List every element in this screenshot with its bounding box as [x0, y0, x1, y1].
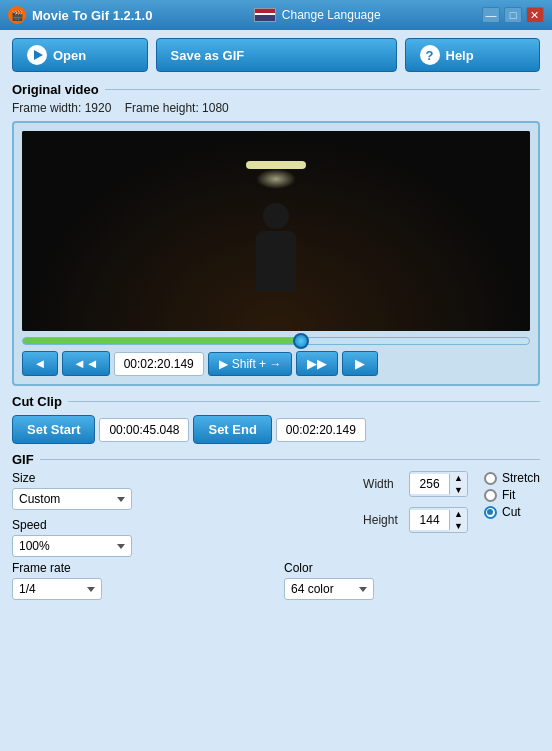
- cut-clip-title: Cut Clip: [12, 394, 540, 409]
- title-bar-left: 🎬 Movie To Gif 1.2.1.0: [8, 6, 152, 24]
- height-row: Height 144 ▲ ▼: [363, 507, 468, 533]
- figure-head: [263, 203, 289, 229]
- cut-label: Cut: [502, 505, 521, 519]
- cut-clip-section: Cut Clip Set Start 00:00:45.048 Set End …: [12, 394, 540, 444]
- height-decrement-button[interactable]: ▼: [450, 520, 467, 532]
- progress-area: ◄ ◄◄ 00:02:20.149 ▶ Shift + → ▶▶ ▶: [22, 337, 530, 376]
- app-icon: 🎬: [8, 6, 26, 24]
- set-start-button[interactable]: Set Start: [12, 415, 95, 444]
- framerate-label: Frame rate: [12, 561, 268, 575]
- gif-controls: Size Custom Speed 100% Width: [12, 471, 540, 557]
- speed-selected-value: 100%: [19, 539, 50, 553]
- original-video-title: Original video: [12, 82, 540, 97]
- maximize-button[interactable]: □: [504, 7, 522, 23]
- size-dropdown-arrow: [117, 497, 125, 502]
- gif-section: GIF Size Custom Speed 100%: [12, 452, 540, 600]
- rewind-button[interactable]: ◄◄: [62, 351, 110, 376]
- cut-radio-row[interactable]: Cut: [484, 505, 540, 519]
- framerate-color-row: Frame rate 1/4 Color 64 color: [12, 561, 540, 600]
- color-dropdown-arrow: [359, 587, 367, 592]
- width-value[interactable]: 256: [410, 474, 450, 494]
- height-spinbox[interactable]: 144 ▲ ▼: [409, 507, 468, 533]
- video-preview[interactable]: [22, 131, 530, 331]
- size-selected-value: Custom: [19, 492, 60, 506]
- fit-label: Fit: [502, 488, 515, 502]
- title-bar-center[interactable]: Change Language: [254, 8, 381, 22]
- video-info: Frame width: 1920 Frame height: 1080: [12, 101, 540, 115]
- main-content: Open Save as GIF ? Help Original video F…: [0, 30, 552, 608]
- fit-radio[interactable]: [484, 489, 497, 502]
- save-gif-button[interactable]: Save as GIF: [156, 38, 397, 72]
- save-label: Save as GIF: [171, 48, 245, 63]
- flag-icon: [254, 8, 276, 22]
- fast-forward-button[interactable]: ▶▶: [296, 351, 338, 376]
- lamp-decoration: [246, 161, 306, 169]
- video-scene: [22, 131, 530, 331]
- cut-radio[interactable]: [484, 506, 497, 519]
- height-value[interactable]: 144: [410, 510, 450, 530]
- width-increment-button[interactable]: ▲: [450, 472, 467, 484]
- frame-height: Frame height: 1080: [125, 101, 229, 115]
- progress-thumb[interactable]: [293, 333, 309, 349]
- play-triangle-small: ▶: [219, 357, 228, 371]
- framerate-dropdown-arrow: [87, 587, 95, 592]
- height-label: Height: [363, 513, 403, 527]
- stretch-radio[interactable]: [484, 472, 497, 485]
- wh-inputs: Width 256 ▲ ▼ Height 144: [363, 471, 468, 539]
- gif-dimensions: Width 256 ▲ ▼ Height 144: [363, 471, 468, 557]
- current-time-display: 00:02:20.149: [114, 352, 204, 376]
- framerate-col: Frame rate 1/4: [12, 561, 268, 600]
- speed-select[interactable]: 100%: [12, 535, 132, 557]
- change-language-label[interactable]: Change Language: [282, 8, 381, 22]
- prev-frame-button[interactable]: ◄: [22, 351, 58, 376]
- width-decrement-button[interactable]: ▼: [450, 484, 467, 496]
- width-row: Width 256 ▲ ▼: [363, 471, 468, 497]
- size-select[interactable]: Custom: [12, 488, 132, 510]
- shift-forward-button[interactable]: ▶ Shift + →: [208, 352, 293, 376]
- framerate-select[interactable]: 1/4: [12, 578, 102, 600]
- fit-radio-row[interactable]: Fit: [484, 488, 540, 502]
- title-bar: 🎬 Movie To Gif 1.2.1.0 Change Language —…: [0, 0, 552, 30]
- end-time-display: 00:02:20.149: [276, 418, 366, 442]
- start-time-display: 00:00:45.048: [99, 418, 189, 442]
- app-title: Movie To Gif 1.2.1.0: [32, 8, 152, 23]
- toolbar: Open Save as GIF ? Help: [12, 38, 540, 72]
- gif-title: GIF: [12, 452, 540, 467]
- framerate-selected-value: 1/4: [19, 582, 36, 596]
- stretch-radio-row[interactable]: Stretch: [484, 471, 540, 485]
- width-label: Width: [363, 477, 403, 491]
- question-icon: ?: [420, 45, 440, 65]
- help-button[interactable]: ? Help: [405, 38, 541, 72]
- speed-label: Speed: [12, 518, 347, 532]
- speed-dropdown-arrow: [117, 544, 125, 549]
- frame-width: Frame width: 1920: [12, 101, 111, 115]
- gif-left: Size Custom Speed 100%: [12, 471, 347, 557]
- play-triangle-icon: [34, 50, 43, 60]
- play-icon: [27, 45, 47, 65]
- figure-body: [256, 231, 296, 291]
- stretch-label: Stretch: [502, 471, 540, 485]
- color-label: Color: [284, 561, 540, 575]
- size-label: Size: [12, 471, 347, 485]
- color-select[interactable]: 64 color: [284, 578, 374, 600]
- close-button[interactable]: ✕: [526, 7, 544, 23]
- video-container: ◄ ◄◄ 00:02:20.149 ▶ Shift + → ▶▶ ▶: [12, 121, 540, 386]
- height-spinbox-buttons: ▲ ▼: [450, 508, 467, 532]
- progress-track[interactable]: [22, 337, 530, 345]
- mode-radio-group: Stretch Fit Cut: [484, 471, 540, 557]
- width-spinbox-buttons: ▲ ▼: [450, 472, 467, 496]
- height-increment-button[interactable]: ▲: [450, 508, 467, 520]
- figure-silhouette: [256, 231, 296, 291]
- playback-controls: ◄ ◄◄ 00:02:20.149 ▶ Shift + → ▶▶ ▶: [22, 351, 530, 376]
- minimize-button[interactable]: —: [482, 7, 500, 23]
- open-button[interactable]: Open: [12, 38, 148, 72]
- color-selected-value: 64 color: [291, 582, 334, 596]
- color-col: Color 64 color: [284, 561, 540, 600]
- window-controls[interactable]: — □ ✕: [482, 7, 544, 23]
- cut-controls: Set Start 00:00:45.048 Set End 00:02:20.…: [12, 415, 540, 444]
- help-label: Help: [446, 48, 474, 63]
- set-end-button[interactable]: Set End: [193, 415, 271, 444]
- open-label: Open: [53, 48, 86, 63]
- next-frame-button[interactable]: ▶: [342, 351, 378, 376]
- width-spinbox[interactable]: 256 ▲ ▼: [409, 471, 468, 497]
